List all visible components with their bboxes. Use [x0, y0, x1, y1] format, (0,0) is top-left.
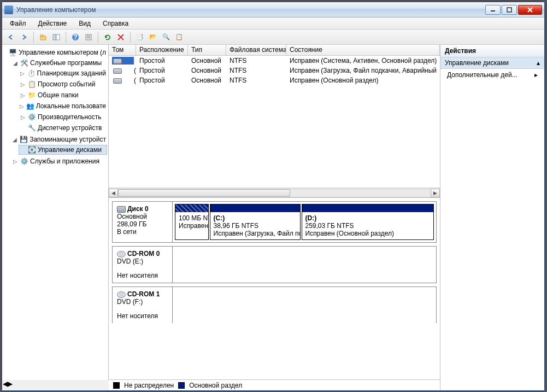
menu-action[interactable]: Действие — [34, 19, 72, 28]
diskmgmt-icon: 💽 — [27, 145, 36, 154]
disk-row[interactable]: Диск 0 Основной 298,09 ГБ В сети 100 МБ … — [112, 201, 437, 243]
perf-icon: ⚙️ — [27, 113, 36, 121]
app-icon — [4, 5, 13, 14]
up-button[interactable] — [38, 32, 49, 43]
expand-toggle[interactable]: ◢ — [12, 60, 18, 66]
eventviewer-icon: 📋 — [27, 80, 36, 89]
partition[interactable]: 100 МБ NTFИсправен ( — [175, 204, 209, 240]
tree-storage[interactable]: Запоминающие устройст — [30, 136, 106, 143]
disk-header[interactable]: Диск 0 Основной 298,09 ГБ В сети — [113, 202, 173, 242]
tree-device-manager[interactable]: Диспетчер устройств — [38, 124, 102, 132]
disk-graphical-view[interactable]: Диск 0 Основной 298,09 ГБ В сети 100 МБ … — [109, 198, 440, 379]
actions-header: Действия — [440, 45, 544, 57]
svg-text:?: ? — [73, 33, 77, 41]
close-button[interactable] — [518, 5, 542, 15]
col-type[interactable]: Тип — [188, 45, 226, 55]
svg-rect-1 — [507, 8, 511, 12]
forward-button[interactable] — [19, 32, 30, 43]
svg-rect-7 — [56, 34, 60, 40]
help-button[interactable]: ? — [70, 32, 81, 43]
partition[interactable]: (C:)38,96 ГБ NTFSИсправен (Загрузка, Фай… — [210, 204, 301, 240]
maximize-button[interactable] — [502, 5, 517, 15]
window-title: Управление компьютером — [16, 6, 485, 14]
volume-row[interactable]: (C:) Простой Основной NTFS Исправен (Заг… — [109, 66, 440, 75]
properties-button[interactable] — [83, 32, 94, 43]
legend-unallocated-icon — [113, 382, 120, 389]
menu-view[interactable]: Вид — [74, 19, 95, 28]
cdrom-icon — [117, 291, 126, 298]
disk-row[interactable]: CD-ROM 1 DVD (F:) Нет носителя — [112, 286, 437, 323]
tool-button-2[interactable]: 📂 — [148, 32, 158, 43]
col-volume[interactable]: Том — [109, 45, 136, 55]
volume-list[interactable]: Том Расположение Тип Файловая система Со… — [109, 45, 440, 198]
menu-file[interactable]: Файл — [5, 19, 31, 28]
disk-row[interactable]: CD-ROM 0 DVD (E:) Нет носителя — [112, 246, 437, 283]
legend: Не распределен Основной раздел — [109, 379, 440, 390]
tree-event-viewer[interactable]: Просмотр событий — [38, 80, 95, 88]
volume-icon — [113, 78, 122, 84]
col-layout[interactable]: Расположение — [136, 45, 188, 55]
volume-row[interactable]: Простой Основной NTFS Исправен (Система,… — [109, 56, 440, 66]
computer-icon: 🖥️ — [9, 48, 17, 57]
volume-row[interactable]: (D:) Простой Основной NTFS Исправен (Осн… — [109, 75, 440, 85]
console-tree[interactable]: 🖥️Управление компьютером (л ◢🛠️Служебные… — [2, 45, 109, 390]
cdrom-icon — [117, 251, 126, 258]
legend-primary-icon — [178, 382, 185, 389]
minimize-button[interactable] — [485, 5, 501, 15]
tree-performance[interactable]: Производительность — [38, 113, 101, 121]
scheduler-icon: ⏱️ — [27, 69, 35, 78]
partition[interactable]: (D:)259,03 ГБ NTFSИсправен (Основной раз… — [302, 204, 434, 240]
tree-root[interactable]: Управление компьютером (л — [19, 49, 106, 56]
tool-button-3[interactable]: 🔍 — [161, 32, 172, 43]
show-hide-tree-button[interactable] — [51, 32, 62, 43]
menubar: Файл Действие Вид Справка — [2, 17, 544, 30]
tool-button-4[interactable]: 📋 — [174, 32, 185, 43]
tree-task-scheduler[interactable]: Планировщик заданий — [37, 69, 106, 77]
tree-scrollbar[interactable]: ◀▶ — [3, 380, 109, 390]
col-filesystem[interactable]: Файловая система — [226, 45, 286, 55]
actions-pane: Действия Управление дисками▴ Дополнитель… — [440, 45, 544, 390]
toolbar: ? 📑 📂 🔍 📋 — [2, 30, 544, 45]
users-icon: 👥 — [26, 102, 34, 110]
tree-local-users[interactable]: Локальные пользовате — [36, 102, 106, 110]
svg-rect-6 — [53, 34, 56, 40]
tool-button-1[interactable]: 📑 — [134, 32, 145, 43]
tree-shared-folders[interactable]: Общие папки — [38, 91, 78, 99]
disk-header[interactable]: CD-ROM 0 DVD (E:) Нет носителя — [113, 247, 173, 283]
svg-rect-5 — [40, 35, 43, 37]
volume-list-scrollbar[interactable]: ◀▶ — [109, 188, 440, 197]
svg-rect-10 — [86, 34, 91, 40]
volume-icon — [113, 68, 122, 74]
delete-button[interactable] — [115, 32, 126, 43]
volume-list-header[interactable]: Том Расположение Тип Файловая система Со… — [109, 45, 440, 56]
tree-system-tools[interactable]: Служебные программы — [30, 59, 102, 67]
disk-header[interactable]: CD-ROM 1 DVD (F:) Нет носителя — [113, 287, 173, 323]
disk-icon — [117, 206, 126, 213]
devmgr-icon: 🔧 — [27, 124, 36, 132]
services-icon: ⚙️ — [20, 157, 28, 166]
menu-help[interactable]: Справка — [98, 19, 133, 28]
storage-icon: 💾 — [20, 135, 28, 144]
shared-icon: 📁 — [27, 91, 36, 100]
back-button[interactable] — [5, 32, 16, 43]
actions-section[interactable]: Управление дисками▴ — [440, 57, 544, 69]
chevron-right-icon: ▸ — [534, 71, 538, 79]
tree-disk-management[interactable]: Управление дисками — [38, 146, 102, 154]
tree-services[interactable]: Службы и приложения — [30, 157, 99, 165]
actions-more[interactable]: Дополнительные дей...▸ — [440, 69, 544, 81]
computer-management-window: Управление компьютером Файл Действие Вид… — [2, 2, 545, 391]
collapse-icon[interactable]: ▴ — [537, 59, 540, 67]
refresh-button[interactable] — [102, 32, 113, 43]
volume-icon — [113, 58, 122, 64]
titlebar[interactable]: Управление компьютером — [2, 2, 544, 17]
tools-icon: 🛠️ — [20, 58, 28, 67]
col-status[interactable]: Состояние — [286, 45, 440, 55]
